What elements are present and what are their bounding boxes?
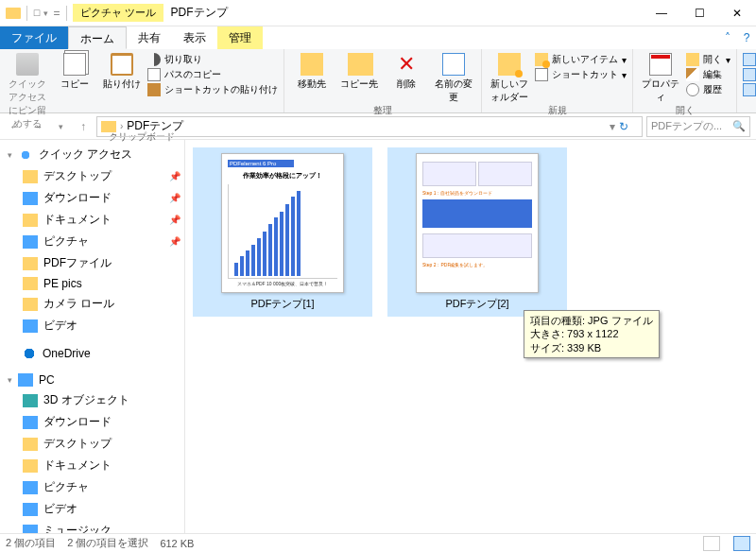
folder-icon xyxy=(23,298,38,311)
search-icon: 🔍 xyxy=(732,120,746,132)
qat-dropdown-icon[interactable]: ☐ ▾ xyxy=(33,9,48,18)
history-button[interactable]: 履歴 xyxy=(686,83,730,96)
folder-icon xyxy=(23,214,38,227)
nav-pe-pics[interactable]: PE pics xyxy=(0,274,184,293)
nav-pc[interactable]: ▾PC xyxy=(0,371,184,389)
group-new: 新しいフォルダー 新しいアイテム▾ ショートカット▾ 新規 xyxy=(482,49,633,112)
rename-button[interactable]: 名前の変更 xyxy=(432,51,475,104)
folder-icon xyxy=(23,257,38,270)
nav-pictures[interactable]: ピクチャ📌 xyxy=(0,231,184,252)
invert-selection-icon xyxy=(743,83,756,96)
tab-share[interactable]: 共有 xyxy=(127,26,172,49)
recent-dropdown[interactable]: ▾ xyxy=(51,117,70,136)
select-all-button[interactable]: すべて選択 xyxy=(743,53,756,66)
quick-access-toolbar: ☐ ▾ = xyxy=(0,6,73,21)
address-dropdown-icon[interactable]: ▾ xyxy=(610,120,615,133)
nav-pc-downloads[interactable]: ダウンロード xyxy=(0,411,184,433)
download-icon xyxy=(23,416,38,429)
details-view-button[interactable] xyxy=(703,536,720,551)
nav-onedrive[interactable]: OneDrive xyxy=(0,344,184,363)
open-button[interactable]: 開く▾ xyxy=(686,53,730,66)
folder-icon xyxy=(23,170,38,183)
nav-documents[interactable]: ドキュメント📌 xyxy=(0,209,184,231)
up-button[interactable]: ↑ xyxy=(74,117,93,136)
address-field[interactable]: › PDFテンプ ▾ ↻ xyxy=(96,116,643,137)
new-folder-button[interactable]: 新しいフォルダー xyxy=(488,51,531,104)
shortcut-button[interactable]: ショートカット▾ xyxy=(535,68,627,81)
help-icon[interactable]: ? xyxy=(737,26,756,49)
thumbnail-preview: Step 1：自社製品をダウンロード Step 2：PDF編集を試します。 xyxy=(416,153,539,293)
tab-home[interactable]: ホーム xyxy=(68,26,127,49)
nav-music[interactable]: ミュージック xyxy=(0,520,184,533)
tooltip: 項目の種類: JPG ファイル 大きさ: 793 x 1122 サイズ: 339… xyxy=(524,310,660,358)
close-button[interactable]: ✕ xyxy=(718,0,756,26)
new-item-button[interactable]: 新しいアイテム▾ xyxy=(535,53,627,66)
paste-button[interactable]: 貼り付け xyxy=(100,51,144,91)
nav-downloads[interactable]: ダウンロード📌 xyxy=(0,187,184,209)
file-item-2[interactable]: Step 1：自社製品をダウンロード Step 2：PDF編集を試します。 PD… xyxy=(387,147,567,317)
nav-pane[interactable]: ▾クイック アクセス デスクトップ📌 ダウンロード📌 ドキュメント📌 ピクチャ📌… xyxy=(0,140,185,533)
pin-icon: 📌 xyxy=(169,171,180,181)
cut-button[interactable]: 切り取り xyxy=(147,53,278,66)
group-label: 選択 xyxy=(743,97,756,112)
file-item-1[interactable]: PDFelement 6 Pro 作業効率が格段にアップ！ スマホ＆PDF 10… xyxy=(193,147,372,317)
paste-icon xyxy=(111,53,133,76)
nav-pdf-file[interactable]: PDFファイル xyxy=(0,252,184,274)
ribbon-minimize-icon[interactable]: ˄ xyxy=(718,26,737,49)
nav-videos[interactable]: ビデオ xyxy=(0,315,184,336)
copy-to-icon xyxy=(348,53,370,76)
star-icon xyxy=(18,148,33,162)
pin-quick-access-button[interactable]: クイック アクセスにピン留めする xyxy=(6,51,49,130)
properties-button[interactable]: プロパティ xyxy=(639,51,682,104)
select-none-icon xyxy=(743,68,756,81)
nav-desktop[interactable]: デスクトップ📌 xyxy=(0,165,184,187)
title-bar: ☐ ▾ = ピクチャ ツール PDFテンプ — ☐ ✕ xyxy=(0,0,756,26)
tab-file[interactable]: ファイル xyxy=(0,26,68,49)
folder-icon xyxy=(101,121,116,132)
select-none-button[interactable]: 選択解除 xyxy=(743,68,756,81)
search-input[interactable]: PDFテンプの... 🔍 xyxy=(646,116,750,137)
nav-pc-desktop[interactable]: デスクトップ xyxy=(0,433,184,455)
refresh-icon[interactable]: ↻ xyxy=(619,120,638,133)
tab-view[interactable]: 表示 xyxy=(172,26,217,49)
pictures-icon xyxy=(23,481,38,494)
video-icon xyxy=(23,503,38,516)
nav-camera-roll[interactable]: カメラ ロール xyxy=(0,293,184,315)
new-folder-icon xyxy=(498,53,521,76)
delete-button[interactable]: ✕削除 xyxy=(385,51,428,91)
edit-button[interactable]: 編集 xyxy=(686,68,730,81)
nav-quick-access[interactable]: ▾クイック アクセス xyxy=(0,144,184,165)
pin-icon: 📌 xyxy=(169,193,180,203)
paste-shortcut-button[interactable]: ショートカットの貼り付け xyxy=(147,83,278,96)
move-to-button[interactable]: 移動先 xyxy=(290,51,334,91)
breadcrumb[interactable]: PDFテンプ xyxy=(127,118,183,134)
copy-path-button[interactable]: パスのコピー xyxy=(147,68,278,81)
pin-icon: 📌 xyxy=(169,215,180,225)
paste-shortcut-icon xyxy=(147,83,161,96)
copy-button[interactable]: コピー xyxy=(53,51,96,91)
nav-pc-videos[interactable]: ビデオ xyxy=(0,498,184,520)
nav-pc-pictures[interactable]: ピクチャ xyxy=(0,476,184,498)
pictures-icon xyxy=(23,235,38,249)
maximize-button[interactable]: ☐ xyxy=(680,0,718,26)
folder-icon xyxy=(23,459,38,473)
invert-selection-button[interactable]: 選択の切り替え xyxy=(743,83,756,96)
tab-manage[interactable]: 管理 xyxy=(217,26,263,49)
main-area: ▾クイック アクセス デスクトップ📌 ダウンロード📌 ドキュメント📌 ピクチャ📌… xyxy=(0,140,756,533)
nav-pc-documents[interactable]: ドキュメント xyxy=(0,455,184,476)
onedrive-icon xyxy=(22,347,37,360)
folder-icon[interactable] xyxy=(6,8,21,19)
nav-3d-objects[interactable]: 3D オブジェクト xyxy=(0,389,184,411)
edit-icon xyxy=(686,68,699,81)
thumbnails-view-button[interactable] xyxy=(733,536,750,551)
video-icon xyxy=(23,319,38,333)
group-clipboard: クイック アクセスにピン留めする コピー 貼り付け 切り取り パスのコピー ショ… xyxy=(0,49,284,112)
window-title: PDFテンプ xyxy=(163,5,235,21)
copy-to-button[interactable]: コピー先 xyxy=(337,51,381,91)
file-view[interactable]: PDFelement 6 Pro 作業効率が格段にアップ！ スマホ＆PDF 10… xyxy=(185,140,756,533)
selection-size: 612 KB xyxy=(160,538,194,549)
chevron-down-icon: ▾ xyxy=(8,150,12,160)
pin-icon: 📌 xyxy=(169,236,180,247)
minimize-button[interactable]: — xyxy=(643,0,680,26)
history-icon xyxy=(686,83,699,96)
